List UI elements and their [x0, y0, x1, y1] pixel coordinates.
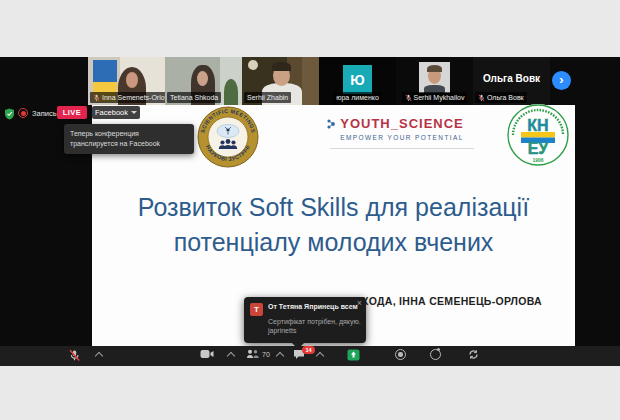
- kneu-year: 1906: [532, 157, 543, 163]
- youth-science-tagline: EMPOWER YOUR POTENTIAL: [330, 134, 474, 141]
- caret-up-icon: [227, 352, 235, 360]
- sync-icon: [468, 349, 479, 360]
- video-tile: Ольга Вовк Ольга Вовк: [473, 57, 550, 105]
- recording-label: Запись: [32, 109, 57, 118]
- participants-count: 70: [262, 351, 270, 358]
- record-control-icon: [395, 349, 406, 360]
- share-screen-button[interactable]: [347, 349, 360, 361]
- mic-muted-icon: [405, 94, 412, 102]
- participant-name-chip: Inna Semenets-Orlova: [90, 92, 165, 103]
- encryption-shield-icon: [4, 108, 15, 120]
- mic-muted-icon: [69, 349, 80, 362]
- share-screen-icon: [347, 349, 360, 361]
- chat-avatar-letter: Т: [254, 305, 259, 314]
- chat-message: Сертифікат потрібен, дякую. japrinetts: [268, 317, 361, 335]
- stream-target-label: Facebook: [95, 108, 128, 117]
- scientific-meetings-logo: SCIENTIFIC MEETINGS НАУКОВІ ЗУСТРІЧІ: [197, 106, 259, 168]
- chat-message-line1: Сертифікат потрібен, дякую.: [268, 317, 361, 326]
- participant-display-name: Ольга Вовк: [473, 73, 550, 84]
- plant: [224, 79, 238, 105]
- participants-button[interactable]: 70: [246, 349, 270, 359]
- recording-indicator: Запись: [18, 108, 57, 118]
- divider: [330, 148, 474, 149]
- participant-name: юра лименко: [336, 93, 379, 102]
- stream-target-dropdown[interactable]: Facebook: [92, 106, 140, 119]
- participant-name-chip: Ольга Вовк: [475, 92, 527, 103]
- caret-up-icon: [276, 352, 284, 360]
- youth-science-logo: YOUTH_SCIENCE EMPOWER YOUR POTENTIAL: [330, 116, 474, 149]
- chat-message-line2: japrinetts: [268, 326, 361, 335]
- avatar-photo: [419, 62, 450, 93]
- reactions-icon: [430, 349, 441, 360]
- molecule-dots-icon: [326, 118, 336, 130]
- stream-tooltip: Теперь конференция транслируется на Face…: [64, 124, 194, 154]
- participant-name: Serhii Zhabin: [247, 93, 288, 102]
- chat-unread-badge: 14: [302, 346, 315, 354]
- next-participants-button[interactable]: ›: [552, 71, 571, 90]
- mute-button[interactable]: [69, 349, 80, 362]
- avatar: Ю: [343, 65, 372, 94]
- zoom-meeting-screenshot: Inna Semenets-Orlova Tetiana Shkoda Serh…: [0, 0, 620, 420]
- camera-icon: [200, 349, 214, 359]
- participant-name-chip: Serhii Zhabin: [244, 92, 291, 103]
- chat-sender: От Тетяна Япринець всем: [268, 303, 354, 310]
- person-hair: [427, 65, 442, 72]
- chat-notification-popup[interactable]: Т От Тетяна Япринець всем × Сертифікат п…: [244, 297, 366, 343]
- participant-name-chip: Tetiana Shkoda: [167, 92, 221, 103]
- participant-name: Inna Semenets-Orlova: [102, 93, 165, 102]
- reactions-button[interactable]: [430, 349, 441, 360]
- participant-name: Ольга Вовк: [487, 93, 524, 102]
- close-icon[interactable]: ×: [357, 298, 362, 308]
- live-badge: LIVE: [57, 106, 87, 119]
- kneu-monogram-bottom: ЕУ: [528, 140, 550, 157]
- record-dot-icon: [18, 108, 28, 118]
- youth-science-title: YOUTH_SCIENCE: [330, 116, 474, 131]
- caret-up-icon: [316, 352, 324, 360]
- more-options-button[interactable]: [468, 349, 479, 360]
- person-face: [126, 72, 138, 88]
- participants-options-caret[interactable]: [277, 353, 283, 359]
- chevron-down-icon: [131, 111, 137, 114]
- video-tile: Tetiana Shkoda: [165, 57, 242, 105]
- chevron-right-icon: ›: [559, 70, 563, 89]
- participant-name: Tetiana Shkoda: [170, 93, 218, 102]
- caret-up-icon: [95, 352, 103, 360]
- video-tile: Inna Semenets-Orlova: [88, 57, 165, 105]
- avatar-letter: Ю: [350, 72, 364, 88]
- slide-title: Розвиток Soft Skills для реалізації поте…: [92, 190, 575, 260]
- chat-avatar: Т: [250, 303, 263, 316]
- kneu-logo: КН ЕУ 1906: [506, 103, 570, 167]
- slide-title-line1: Розвиток Soft Skills для реалізації: [92, 190, 575, 225]
- video-tile: Ю юра лименко: [319, 57, 396, 105]
- video-button[interactable]: [200, 349, 214, 359]
- live-badge-label: LIVE: [63, 108, 82, 117]
- person-hair: [272, 62, 291, 71]
- mic-options-caret[interactable]: [96, 353, 102, 359]
- lamp-light: [248, 60, 258, 70]
- participants-icon: [246, 349, 259, 359]
- participant-name-chip: юра лименко: [333, 92, 382, 103]
- participant-name-chip: Serhii Mykhailov: [402, 92, 468, 103]
- video-tile: Serhii Zhabin: [242, 57, 319, 105]
- chat-options-caret[interactable]: [317, 353, 323, 359]
- kneu-monogram-top: КН: [527, 117, 548, 134]
- video-options-caret[interactable]: [228, 353, 234, 359]
- record-control-button[interactable]: [395, 349, 406, 360]
- mic-muted-icon: [93, 94, 100, 102]
- video-tile: Serhii Mykhailov: [396, 57, 473, 105]
- person-face: [197, 71, 208, 86]
- slide-title-line2: потенціалу молодих вчених: [92, 225, 575, 260]
- video-strip: Inna Semenets-Orlova Tetiana Shkoda Serh…: [0, 57, 620, 105]
- mic-muted-icon: [478, 94, 485, 102]
- participant-name: Serhii Mykhailov: [414, 93, 465, 102]
